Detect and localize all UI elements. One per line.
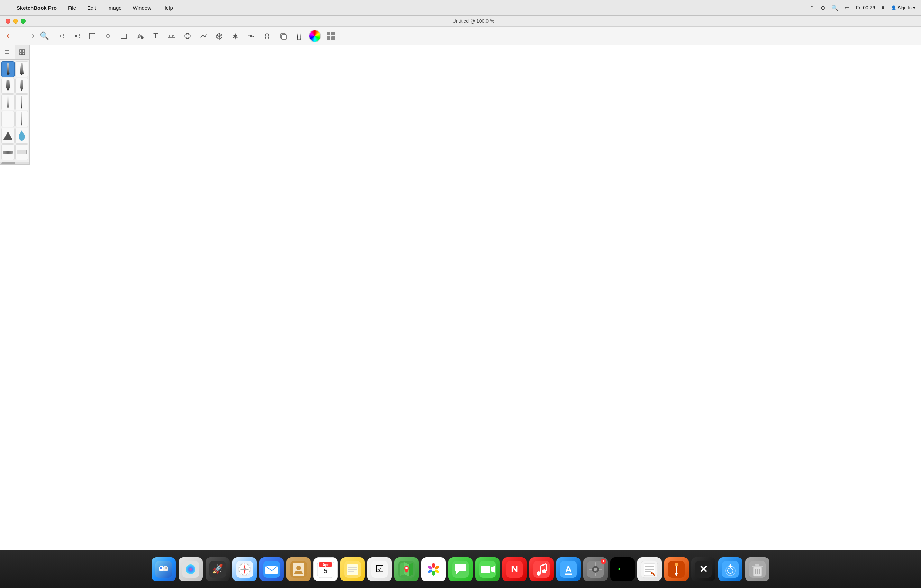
brush-library-button[interactable] — [324, 29, 338, 42]
svg-marker-74 — [400, 562, 404, 575]
dock-item-calendar[interactable]: Apr5 — [314, 557, 338, 582]
brush-panel — [0, 45, 30, 165]
dock-item-airdrop[interactable] — [718, 557, 742, 582]
brush-item-fine-pen[interactable] — [15, 111, 28, 127]
dock-item-reminders[interactable]: ☑ — [368, 557, 392, 582]
brush-item-flat-1[interactable] — [2, 144, 15, 160]
dock-item-textedit[interactable] — [637, 557, 662, 582]
file-menu[interactable]: File — [66, 4, 78, 11]
svg-point-46 — [165, 567, 168, 569]
svg-rect-40 — [20, 53, 22, 55]
svg-line-31 — [297, 33, 298, 39]
brush-item-flat-2[interactable] — [15, 144, 28, 160]
dock-item-news[interactable]: N — [502, 557, 527, 582]
brush-item-water-drop[interactable] — [15, 128, 28, 143]
select-rect-button[interactable] — [53, 29, 67, 42]
svg-text:>_: >_ — [618, 565, 625, 572]
brush-item-marker-2[interactable] — [15, 78, 28, 94]
window-menu[interactable]: Window — [131, 4, 153, 11]
dock-item-notes[interactable] — [340, 557, 364, 582]
close-button[interactable] — [5, 19, 10, 24]
svg-rect-103 — [595, 573, 596, 576]
brush-tab-grid[interactable] — [15, 45, 30, 60]
brush-item-pen-flat[interactable] — [15, 94, 28, 110]
minimize-button[interactable] — [13, 19, 18, 24]
grid-cell-3 — [327, 36, 330, 40]
curve-button[interactable] — [197, 29, 210, 42]
dock-item-music[interactable] — [529, 557, 553, 582]
help-menu[interactable]: Help — [160, 4, 175, 11]
brush-item-triangle[interactable] — [2, 128, 15, 143]
brush-tab-list[interactable] — [0, 45, 15, 60]
eraser-button[interactable] — [228, 29, 242, 42]
smudge-button[interactable] — [244, 29, 258, 42]
lasso-select-button[interactable] — [69, 29, 83, 42]
undo-button[interactable]: ⟵ — [5, 29, 20, 42]
svg-rect-105 — [599, 569, 602, 570]
brush-item-marker-1[interactable] — [2, 78, 15, 94]
dock-item-terminal[interactable]: >_ — [610, 557, 635, 582]
transform-button[interactable] — [101, 29, 115, 42]
dock-item-siri[interactable] — [179, 557, 203, 582]
menubar-left: SketchBook Pro File Edit Image Window He… — [5, 4, 175, 11]
svg-rect-130 — [755, 564, 760, 566]
dock-item-messages[interactable] — [448, 557, 473, 582]
distort-button[interactable] — [117, 29, 131, 42]
dock-item-photos[interactable] — [421, 557, 446, 582]
pens-button[interactable] — [292, 29, 306, 42]
svg-rect-38 — [20, 50, 22, 52]
search-icon[interactable]: 🔍 — [832, 5, 838, 11]
svg-rect-41 — [23, 53, 24, 55]
dock-item-facetime[interactable] — [475, 557, 500, 582]
crop-button[interactable] — [85, 29, 99, 42]
hamburger-icon[interactable]: ≡ — [881, 5, 884, 11]
dock-item-sketch-x[interactable]: ✕ — [691, 557, 716, 582]
ruler-button[interactable] — [165, 29, 179, 42]
fill-button[interactable] — [133, 29, 147, 42]
color-wheel-button[interactable] — [308, 29, 322, 42]
airplay-icon[interactable]: ⌃ — [810, 5, 814, 11]
grid-cell-1 — [327, 32, 330, 36]
maximize-button[interactable] — [21, 19, 26, 24]
dock-item-appstore[interactable]: A — [557, 557, 581, 582]
dolby-icon[interactable]: ⊙ — [821, 5, 825, 11]
brush-pen-round-visual — [3, 96, 13, 109]
dock-item-maps[interactable] — [394, 557, 419, 582]
brush-panel-tabs — [0, 45, 29, 60]
sign-in-button[interactable]: 👤 Sign In ▾ — [891, 5, 916, 10]
brush-item-pencil-soft[interactable] — [15, 61, 28, 77]
airplay-display-icon[interactable]: ▭ — [845, 5, 850, 11]
brush-item-pencil-hard[interactable] — [2, 61, 15, 77]
dock-item-launchpad[interactable]: 🚀 — [205, 557, 230, 582]
brush-pencil-hard-visual — [3, 63, 13, 75]
zoom-button[interactable]: 🔍 — [37, 29, 51, 42]
canvas-area[interactable] — [0, 45, 921, 550]
svg-text:✕: ✕ — [699, 564, 708, 575]
dock-item-safari[interactable] — [233, 557, 257, 582]
symmetry-button[interactable] — [181, 29, 194, 42]
clock: Fri 00:26 — [856, 5, 875, 10]
svg-point-28 — [265, 34, 269, 37]
brush-scrollbar[interactable] — [0, 161, 29, 164]
text-button[interactable]: T — [149, 29, 163, 42]
edit-menu[interactable]: Edit — [85, 4, 98, 11]
dock-item-trash[interactable] — [745, 557, 770, 582]
svg-point-119 — [675, 563, 678, 566]
app-name-menu[interactable]: SketchBook Pro — [15, 4, 59, 11]
dock-item-contacts[interactable] — [286, 557, 311, 582]
dock-item-sketch-pen[interactable] — [664, 557, 688, 582]
svg-rect-129 — [752, 566, 763, 567]
image-menu[interactable]: Image — [105, 4, 124, 11]
svg-rect-86 — [480, 566, 490, 573]
3d-button[interactable] — [212, 29, 226, 42]
dock-item-finder[interactable] — [151, 557, 176, 582]
brush-item-pen-round[interactable] — [2, 94, 15, 110]
color-wheel[interactable] — [309, 30, 321, 42]
dock-item-mail[interactable] — [259, 557, 284, 582]
dock-item-systemprefs[interactable]: 1 — [583, 557, 607, 582]
layers-button[interactable] — [276, 29, 290, 42]
stamp-button[interactable] — [260, 29, 274, 42]
svg-point-92 — [542, 569, 546, 573]
redo-button[interactable]: ⟶ — [21, 29, 35, 42]
brush-item-fine-liner[interactable] — [2, 111, 15, 127]
